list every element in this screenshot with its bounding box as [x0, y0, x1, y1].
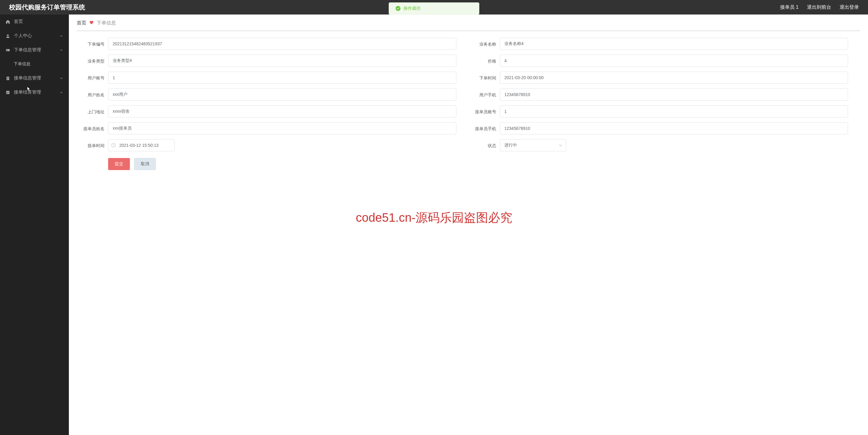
user-acct-input[interactable] [108, 71, 456, 84]
order-time-input[interactable] [500, 71, 848, 84]
accept-name-input[interactable] [108, 122, 456, 134]
svg-rect-4 [7, 50, 8, 51]
accept-acct-input[interactable] [500, 105, 848, 118]
sidebar-item-accept[interactable]: 接单信息管理 [0, 71, 69, 85]
sidebar-item-settle[interactable]: 接单结算管理 [0, 85, 69, 99]
form-label-accept-name: 接单员姓名 [77, 122, 108, 132]
form-label-addr: 上门地址 [77, 105, 108, 115]
toast-text: 操作成功 [403, 6, 421, 11]
form-label-accept-time: 接单时间 [77, 139, 108, 149]
header-logout[interactable]: 退出登录 [840, 4, 859, 10]
svg-point-1 [7, 34, 8, 36]
clipboard-icon [5, 76, 10, 81]
form-label-price: 价格 [468, 55, 500, 64]
form-label-order-no: 下单编号 [77, 38, 108, 48]
checkbox-icon [5, 90, 10, 95]
status-select[interactable] [500, 139, 566, 151]
sidebar-item-label: 下单信息管理 [14, 47, 41, 53]
header-right: 接单员 1 退出到前台 退出登录 [780, 4, 859, 10]
form-label-user-name: 用户姓名 [77, 89, 108, 98]
form-label-order-time: 下单时间 [468, 71, 500, 81]
sidebar-item-label: 接单信息管理 [14, 75, 41, 81]
sidebar-item-label: 接单结算管理 [14, 89, 41, 95]
biz-name-input[interactable] [500, 38, 848, 50]
accept-phone-input[interactable] [500, 122, 848, 134]
svg-rect-3 [7, 50, 7, 50]
form-label-biz-type: 业务类型 [77, 55, 108, 64]
order-form: 下单编号 业务名称 业务类型 价格 用户账号 [77, 31, 860, 174]
sidebar-item-label: 首页 [14, 19, 23, 25]
addr-input[interactable] [108, 105, 456, 118]
home-icon [5, 19, 10, 24]
breadcrumb-current: 下单信息 [97, 20, 116, 26]
sidebar: 首页 个人中心 下单信息管理 [0, 14, 69, 435]
sidebar-item-personal[interactable]: 个人中心 [0, 29, 69, 43]
svg-rect-8 [7, 79, 8, 79]
success-icon [396, 6, 401, 11]
svg-point-0 [396, 6, 401, 11]
sidebar-item-label: 个人中心 [14, 33, 32, 39]
form-label-user-phone: 用户手机 [468, 89, 500, 98]
form-label-biz-name: 业务名称 [468, 38, 500, 48]
svg-rect-7 [7, 78, 8, 79]
accept-time-input[interactable] [108, 139, 175, 151]
chevron-down-icon [558, 143, 563, 148]
chevron-down-icon [59, 34, 63, 38]
svg-rect-2 [6, 49, 10, 51]
user-name-input[interactable] [108, 89, 456, 101]
sidebar-item-home[interactable]: 首页 [0, 14, 69, 29]
app-title: 校园代购服务订单管理系统 [9, 3, 85, 11]
form-label-accept-acct: 接单员账号 [468, 105, 500, 115]
order-no-input[interactable] [108, 38, 456, 50]
header-user-role[interactable]: 接单员 1 [780, 4, 799, 10]
form-label-accept-phone: 接单员手机 [468, 122, 500, 132]
form-label-user-acct: 用户账号 [77, 71, 108, 81]
price-input[interactable] [500, 55, 848, 67]
sidebar-item-label: 下单信息 [13, 61, 31, 67]
heart-icon [89, 21, 94, 26]
form-label-status: 状态 [468, 139, 500, 149]
sidebar-subitem-orderinfo[interactable]: 下单信息 [0, 57, 69, 71]
clock-icon [111, 143, 116, 148]
chevron-down-icon [59, 90, 63, 95]
main-content: 首页 下单信息 下单编号 业务名称 业务类型 [69, 14, 868, 435]
user-phone-input[interactable] [500, 89, 848, 101]
breadcrumb: 首页 下单信息 [77, 20, 860, 31]
chevron-down-icon [59, 76, 63, 80]
header-logout-front[interactable]: 退出到前台 [807, 4, 831, 10]
success-toast: 操作成功 [389, 2, 479, 14]
cancel-button[interactable]: 取消 [134, 158, 156, 170]
chevron-up-icon [59, 48, 63, 52]
user-icon [5, 34, 10, 38]
ticket-icon [5, 48, 10, 53]
breadcrumb-home[interactable]: 首页 [77, 20, 86, 26]
sidebar-item-orderinfo[interactable]: 下单信息管理 [0, 43, 69, 57]
biz-type-input[interactable] [108, 55, 456, 67]
submit-button[interactable]: 提交 [108, 158, 130, 170]
form-actions: 提交 取消 [77, 154, 860, 170]
